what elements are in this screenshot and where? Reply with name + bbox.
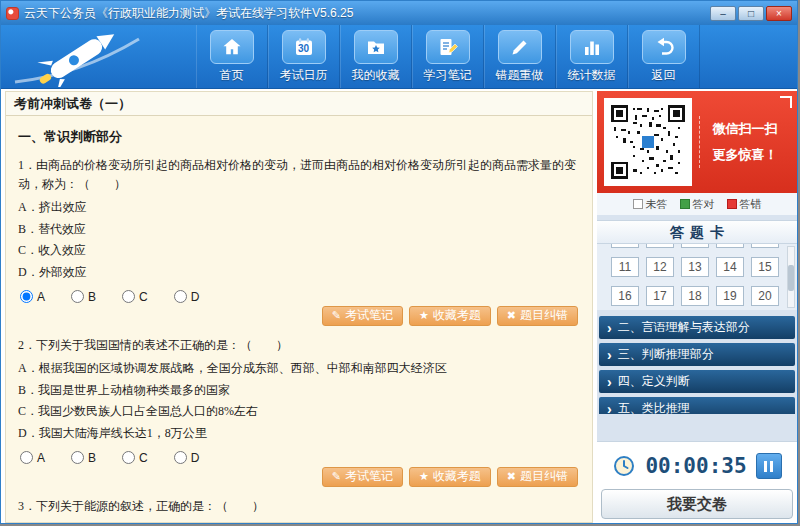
radio-b[interactable]	[71, 290, 84, 303]
timer-value: 00:00:35	[645, 454, 746, 478]
wrong-swatch	[727, 199, 737, 209]
radio-b[interactable]	[71, 451, 84, 464]
choice-label: C	[139, 451, 148, 465]
corner-decoration	[780, 96, 792, 108]
section-bar-analogy[interactable]: 五、类比推理	[599, 397, 795, 414]
paper-body: 一、常识判断部分 1．由商品的价格变动所引起的商品相对价格的变动，进而由商品的相…	[6, 116, 592, 523]
cross-icon: ✖	[507, 310, 516, 321]
choice-c[interactable]: C	[122, 451, 148, 465]
button-label: 考试笔记	[345, 468, 393, 485]
minimize-button[interactable]: –	[710, 6, 736, 21]
radio-a[interactable]	[20, 451, 33, 464]
choice-label: A	[37, 290, 45, 304]
radio-d[interactable]	[174, 290, 187, 303]
close-button[interactable]: ×	[766, 6, 792, 21]
app-window: 云天下公务员《行政职业能力测试》考试在线学习软件V5.6.25 – □ ×	[0, 0, 798, 524]
question-1: 1．由商品的价格变动所引起的商品相对价格的变动，进而由商品的相对价格变动所引起的…	[18, 156, 580, 326]
star-icon: ★	[419, 471, 429, 482]
wechat-promo: 微信扫一扫 更多惊喜！	[597, 91, 797, 193]
question-actions: ✎考试笔记 ★收藏考题 ✖题目纠错	[18, 467, 578, 487]
question-text: 1．由商品的价格变动所引起的商品相对价格的变动，进而由商品的相对价格变动所引起的…	[18, 156, 580, 193]
report-error-button[interactable]: ✖题目纠错	[497, 467, 578, 487]
grid-scrollbar[interactable]	[787, 246, 795, 308]
exam-content: 考前冲刺试卷（一） 一、常识判断部分 1．由商品的价格变动所引起的商品相对价格的…	[5, 91, 593, 523]
section-bar-label: 二、言语理解与表达部分	[618, 319, 750, 336]
nav-item-home[interactable]: 首页	[196, 25, 268, 88]
question-text: 2．下列关于我国国情的表述不正确的是：（ ）	[18, 336, 580, 355]
choice-label: D	[191, 290, 200, 304]
exam-note-button[interactable]: ✎考试笔记	[322, 306, 403, 326]
favorite-question-button[interactable]: ★收藏考题	[409, 306, 491, 326]
section-list: 二、言语理解与表达部分 三、判断推理部分 四、定义判断 五、类比推理	[597, 310, 797, 414]
sidebar: 微信扫一扫 更多惊喜！ 未答 答对 答错 答题卡 6 7 8 9 10 11 1…	[597, 91, 797, 523]
exam-note-button[interactable]: ✎考试笔记	[322, 467, 403, 487]
question-number-cell[interactable]: 11	[611, 257, 639, 277]
choice-a[interactable]: A	[20, 451, 45, 465]
nav-item-study-notes[interactable]: 学习笔记	[412, 25, 484, 88]
radio-c[interactable]	[122, 290, 135, 303]
section-bar-verbal[interactable]: 二、言语理解与表达部分	[599, 316, 795, 339]
button-label: 收藏考题	[433, 468, 481, 485]
section-bar-definition[interactable]: 四、定义判断	[599, 370, 795, 393]
choice-d[interactable]: D	[174, 451, 200, 465]
question-number-cell[interactable]: 18	[681, 286, 709, 306]
nav-item-favorites[interactable]: 我的收藏	[340, 25, 412, 88]
choice-c[interactable]: C	[122, 290, 148, 304]
section-bar-label: 四、定义判断	[618, 373, 690, 390]
question-actions: ✎考试笔记 ★收藏考题 ✖题目纠错	[18, 306, 578, 326]
back-arrow-icon	[642, 30, 686, 64]
question-text: 3．下列关于能源的叙述，正确的是：（ ）	[18, 497, 580, 516]
choice-a[interactable]: A	[20, 290, 45, 304]
option-b: B．我国是世界上动植物种类最多的国家	[18, 380, 580, 402]
section-bar-judgment[interactable]: 三、判断推理部分	[599, 343, 795, 366]
question-number-cell[interactable]: 6	[611, 244, 639, 248]
favorite-question-button[interactable]: ★收藏考题	[409, 467, 491, 487]
question-number-cell[interactable]: 13	[681, 257, 709, 277]
question-number-cell[interactable]: 19	[716, 286, 744, 306]
report-error-button[interactable]: ✖题目纠错	[497, 306, 578, 326]
maximize-button[interactable]: □	[738, 6, 764, 21]
pause-button[interactable]	[756, 453, 782, 479]
correct-swatch	[680, 199, 690, 209]
button-label: 题目纠错	[520, 468, 568, 485]
question-number-cell[interactable]: 9	[716, 244, 744, 248]
question-3: 3．下列关于能源的叙述，正确的是：（ ） A．天然气和地热是来自太阳辐射的新能源…	[18, 497, 580, 523]
question-number-cell[interactable]: 14	[716, 257, 744, 277]
clock-icon	[612, 454, 636, 478]
nav-item-exam-calendar[interactable]: 30 考试日历	[268, 25, 340, 88]
question-number-cell[interactable]: 15	[751, 257, 779, 277]
question-number-cell[interactable]: 8	[681, 244, 709, 248]
answer-card-title: 答题卡	[597, 220, 797, 244]
question-number-cell[interactable]: 10	[751, 244, 779, 248]
rocket-logo	[9, 27, 189, 87]
pause-icon	[770, 461, 773, 472]
section-bar-label: 三、判断推理部分	[618, 346, 714, 363]
titlebar: 云天下公务员《行政职业能力测试》考试在线学习软件V5.6.25 – □ ×	[1, 1, 797, 25]
radio-a[interactable]	[20, 290, 33, 303]
nav-label: 我的收藏	[352, 67, 400, 84]
qr-code	[604, 98, 692, 186]
choice-b[interactable]: B	[71, 451, 96, 465]
pause-icon	[764, 461, 767, 472]
choice-label: D	[191, 451, 200, 465]
answer-choices: A B C D	[20, 451, 580, 465]
submit-button[interactable]: 我要交卷	[601, 489, 793, 519]
qr-caption-line2: 更多惊喜！	[700, 142, 790, 168]
nav-item-redo-wrong[interactable]: 错题重做	[484, 25, 556, 88]
question-number-cell[interactable]: 17	[646, 286, 674, 306]
scrollbar-thumb[interactable]	[788, 265, 794, 291]
radio-c[interactable]	[122, 451, 135, 464]
nav-item-statistics[interactable]: 统计数据	[556, 25, 628, 88]
question-number-cell[interactable]: 12	[646, 257, 674, 277]
question-number-cell[interactable]: 20	[751, 286, 779, 306]
nav-item-back[interactable]: 返回	[628, 25, 700, 88]
radio-d[interactable]	[174, 451, 187, 464]
button-label: 考试笔记	[345, 307, 393, 324]
bar-chart-icon	[570, 30, 614, 64]
question-number-cell[interactable]: 7	[646, 244, 674, 248]
legend-wrong: 答错	[727, 197, 762, 212]
choice-b[interactable]: B	[71, 290, 96, 304]
question-number-cell[interactable]: 16	[611, 286, 639, 306]
timer-and-submit: 00:00:35 我要交卷	[597, 441, 797, 523]
choice-d[interactable]: D	[174, 290, 200, 304]
